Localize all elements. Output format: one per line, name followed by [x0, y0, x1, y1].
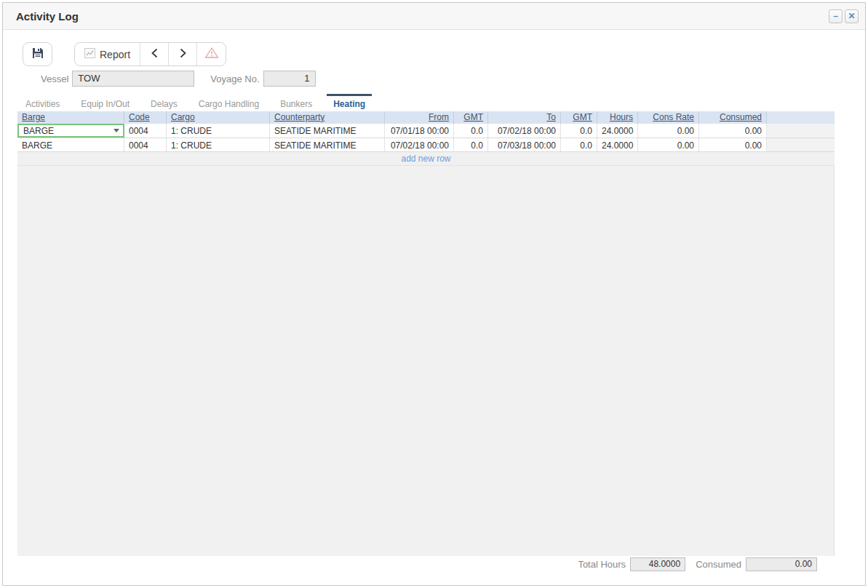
add-new-row-link[interactable]: add new row [401, 154, 450, 164]
add-new-row-band: add new row [17, 152, 835, 166]
toolbar: Report [23, 42, 865, 66]
column-header-hours[interactable]: Hours [597, 111, 638, 124]
line-chart-icon [84, 48, 95, 60]
caret-down-icon [114, 129, 119, 132]
gmt-to-cell[interactable]: 0.0 [561, 124, 597, 138]
to-cell[interactable]: 07/03/18 00:00 [488, 138, 561, 151]
code-cell[interactable]: 0004 [124, 124, 167, 138]
window-controls: – ✕ [829, 9, 859, 23]
consumed-cell[interactable]: 0.00 [699, 138, 767, 151]
report-button-label: Report [100, 49, 130, 60]
header-fields: Vessel TOW Voyage No. 1 [3, 71, 865, 87]
tab-delays[interactable]: Delays [143, 98, 186, 111]
consumed-label: Consumed [696, 559, 741, 570]
voyage-no-field: 1 [263, 71, 316, 87]
previous-button[interactable] [140, 43, 168, 65]
code-cell[interactable]: 0004 [124, 138, 167, 151]
table-row: BARGE 0004 1: CRUDE SEATIDE MARITIME 07/… [17, 124, 835, 138]
hours-cell[interactable]: 24.0000 [597, 124, 638, 138]
close-button[interactable]: ✕ [845, 9, 859, 23]
tab-bunkers[interactable]: Bunkers [272, 98, 320, 111]
gmt-from-cell[interactable]: 0.0 [454, 124, 488, 138]
hours-cell[interactable]: 24.0000 [597, 138, 638, 151]
activity-log-window: Activity Log – ✕ [2, 2, 866, 586]
minimize-button[interactable]: – [829, 9, 843, 23]
chevron-left-icon [151, 47, 159, 62]
counterparty-cell[interactable]: SEATIDE MARITIME [270, 124, 385, 138]
voyage-no-label: Voyage No. [210, 74, 259, 84]
tab-bar: Activities Equip In/Out Delays Cargo Han… [17, 91, 865, 111]
cargo-cell[interactable]: 1: CRUDE [167, 124, 270, 138]
grid-empty-area [17, 166, 835, 556]
heating-grid: Barge Code Cargo Counterparty From GMT T… [17, 111, 835, 556]
column-header-from[interactable]: From [385, 111, 454, 124]
barge-cell[interactable]: BARGE [17, 138, 124, 151]
cargo-cell[interactable]: 1: CRUDE [167, 138, 270, 151]
column-header-counterparty[interactable]: Counterparty [270, 111, 385, 124]
tab-heating[interactable]: Heating [325, 98, 373, 111]
vessel-label: Vessel [41, 74, 68, 84]
totals-bar: Total Hours 48.0000 Consumed 0.00 [3, 557, 817, 571]
total-hours-field: 48.0000 [630, 557, 685, 571]
page-title: Activity Log [16, 10, 829, 23]
consumed-cell[interactable]: 0.00 [699, 124, 767, 138]
total-hours-label: Total Hours [578, 559, 626, 570]
filler-cell [767, 124, 835, 138]
barge-dropdown[interactable]: BARGE [17, 124, 124, 138]
gmt-to-cell[interactable]: 0.0 [561, 138, 597, 151]
to-cell[interactable]: 07/02/18 00:00 [488, 124, 561, 138]
warning-button[interactable] [196, 43, 226, 65]
tab-equip-in-out[interactable]: Equip In/Out [73, 98, 138, 111]
warning-triangle-icon [204, 47, 219, 62]
column-header-barge[interactable]: Barge [17, 111, 124, 124]
column-header-cargo[interactable]: Cargo [167, 111, 270, 124]
cons-rate-cell[interactable]: 0.00 [638, 138, 699, 151]
report-button[interactable]: Report [75, 43, 140, 65]
consumed-field: 0.00 [746, 557, 817, 571]
cons-rate-cell[interactable]: 0.00 [638, 124, 699, 138]
column-header-to[interactable]: To [488, 111, 561, 124]
column-header-cons-rate[interactable]: Cons Rate [638, 111, 699, 124]
title-bar: Activity Log – ✕ [3, 3, 865, 30]
vessel-field: TOW [72, 71, 194, 87]
tab-activities[interactable]: Activities [17, 98, 68, 111]
column-header-code[interactable]: Code [124, 111, 167, 124]
table-row: BARGE 0004 1: CRUDE SEATIDE MARITIME 07/… [17, 138, 835, 152]
from-cell[interactable]: 07/01/18 00:00 [385, 124, 454, 138]
grid-header-row: Barge Code Cargo Counterparty From GMT T… [17, 111, 835, 124]
floppy-disk-icon [32, 47, 44, 62]
filler-cell [767, 138, 835, 151]
from-cell[interactable]: 07/02/18 00:00 [385, 138, 454, 151]
column-header-consumed[interactable]: Consumed [699, 111, 767, 124]
column-header-filler [767, 111, 835, 124]
counterparty-cell[interactable]: SEATIDE MARITIME [270, 138, 385, 151]
column-header-gmt-to[interactable]: GMT [561, 111, 597, 124]
next-button[interactable] [168, 43, 196, 65]
gmt-from-cell[interactable]: 0.0 [454, 138, 488, 151]
chevron-right-icon [179, 47, 187, 62]
tab-cargo-handling[interactable]: Cargo Handling [191, 98, 267, 111]
toolbar-button-group: Report [74, 42, 226, 66]
save-button[interactable] [23, 42, 52, 66]
column-header-gmt-from[interactable]: GMT [454, 111, 488, 124]
